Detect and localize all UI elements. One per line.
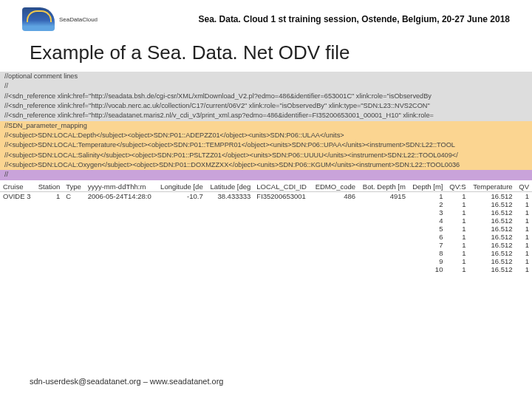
cell: 1 [446,249,468,257]
code-line: //<sdn_reference xlink:href="http://voca… [0,101,532,111]
cell: 1 [516,241,532,249]
code-line: //SDN_parameter_mapping [0,121,532,131]
cell [311,216,358,225]
cell: 16.512 [469,191,516,200]
cell [206,257,254,265]
cell: 16.512 [469,249,516,257]
cell [358,216,409,225]
cell [311,265,358,273]
cell: 1 [516,191,532,200]
cell: 1 [516,233,532,241]
col-header: Latitude [deg [206,182,254,192]
cell: 16.512 [469,257,516,265]
code-line: //optional comment lines [0,72,532,81]
col-header: Station [35,182,64,192]
cell [156,225,205,233]
table-row: 9116.5121 [0,257,532,265]
cell [85,225,157,233]
table-row: 5116.5121 [0,225,532,233]
cell: 1 [516,265,532,273]
cell [35,257,64,265]
code-line: //<sdn_reference xlink:href="http://sead… [0,92,532,101]
cell [358,233,409,241]
cell [0,249,35,257]
cell [253,200,311,208]
logo-icon [22,7,55,31]
cell [156,200,205,208]
code-line: // [0,170,532,180]
cell: 1 [409,191,446,200]
cell [85,233,157,241]
table-row: 2116.5121 [0,200,532,208]
cell: C [63,191,84,200]
cell: 1 [516,200,532,208]
cell [311,233,358,241]
cell: 1 [516,216,532,225]
col-header: yyyy-mm-ddThh:m [85,182,157,192]
cell: 38.433333 [206,191,254,200]
cell [358,257,409,265]
cell [253,249,311,257]
cell: 1 [446,191,468,200]
cell [253,241,311,249]
cell [0,216,35,225]
table-row: 7116.5121 [0,241,532,249]
cell: 16.512 [469,200,516,208]
cell: 1 [446,200,468,208]
code-line: //<subject>SDN:LOCAL:Oxygen</subject><ob… [0,160,532,170]
code-line: //<sdn_reference xlink:href="http://sead… [0,111,532,120]
cell: 7 [409,241,446,249]
cell [35,233,64,241]
code-block: //optional comment lines////<sdn_referen… [0,72,532,180]
cell [358,241,409,249]
cell [156,233,205,241]
code-line: //<subject>SDN:LOCAL:Temperature</subjec… [0,140,532,150]
cell: 486 [311,191,358,200]
table-row: OVIDE 31C2006-05-24T14:28:0-10.738.43333… [0,191,532,200]
cell [63,241,84,249]
cell [63,233,84,241]
cell [156,257,205,265]
cell [311,249,358,257]
cell [253,225,311,233]
cell: 1 [446,216,468,225]
cell [63,265,84,273]
cell [156,208,205,216]
cell: FI35200653001 [253,191,311,200]
cell: 9 [409,257,446,265]
col-header: Longitude [de [156,182,205,192]
cell: 2 [409,200,446,208]
cell [0,225,35,233]
footer: sdn-userdesk@seadatanet.org – www.seadat… [30,377,224,386]
session-title: Sea. Data. Cloud 1 st training session, … [199,14,510,24]
cell [156,216,205,225]
cell [358,249,409,257]
cell: 1 [446,257,468,265]
cell: -10.7 [156,191,205,200]
cell: 1 [516,225,532,233]
col-header: Cruise [0,182,35,192]
cell [35,241,64,249]
cell [156,249,205,257]
table-row: 10116.5121 [0,265,532,273]
cell [253,265,311,273]
cell [156,265,205,273]
cell [63,249,84,257]
cell [253,208,311,216]
cell [206,265,254,273]
cell [253,257,311,265]
cell: 16.512 [469,265,516,273]
cell [358,265,409,273]
col-header: Temperature [469,182,516,192]
table-row: 3116.5121 [0,208,532,216]
col-header: QV [516,182,532,192]
cell [0,265,35,273]
cell [206,233,254,241]
cell: 10 [409,265,446,273]
cell: 16.512 [469,233,516,241]
cell: 1 [516,249,532,257]
cell [311,208,358,216]
code-line: // [0,81,532,91]
cell [63,257,84,265]
cell: 1 [446,233,468,241]
